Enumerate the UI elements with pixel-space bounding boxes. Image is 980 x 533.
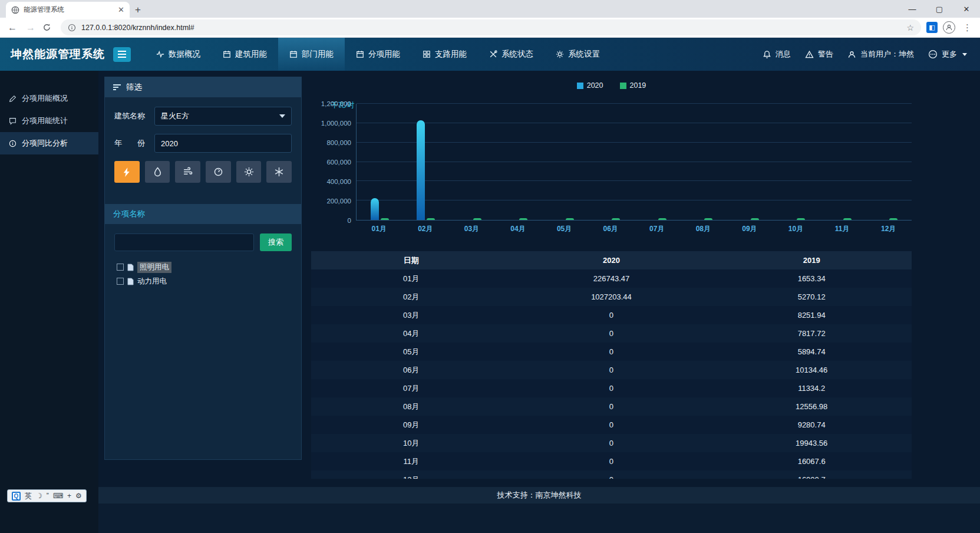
legend-item-2020[interactable]: 2020 (577, 81, 603, 90)
sidebar-item-subitem-stats[interactable]: 分项用能统计 (0, 110, 98, 132)
nav-subitem-energy[interactable]: 分项用能 (345, 38, 411, 71)
y-tick-label: 600,000 (326, 159, 351, 166)
ellipsis-circle-icon (928, 50, 938, 59)
table-cell: 7817.72 (711, 324, 912, 343)
table-row[interactable]: 03月08251.94 (311, 306, 912, 324)
ime-settings-icon[interactable]: ⚙ (75, 492, 82, 500)
bar-2019-10月[interactable] (797, 218, 805, 220)
x-axis-label: 10月 (773, 221, 819, 234)
ime-plus-icon[interactable]: + (67, 492, 71, 500)
table-cell: 9280.74 (711, 416, 912, 434)
chevron-down-icon (962, 53, 967, 56)
search-input[interactable] (114, 233, 254, 251)
ime-punctuation-icon[interactable]: ” (47, 492, 49, 500)
bar-2020-02月[interactable] (417, 120, 425, 220)
table-row[interactable]: 10月019943.56 (311, 434, 912, 452)
nav-branch-energy[interactable]: 支路用能 (411, 38, 478, 71)
window-maximize-button[interactable]: ▢ (926, 0, 953, 18)
bookmark-star-icon[interactable]: ☆ (906, 23, 914, 32)
hamburger-menu-icon[interactable] (113, 47, 131, 62)
x-axis-label: 05月 (541, 221, 588, 234)
table-cell: 226743.47 (512, 269, 712, 288)
new-tab-button[interactable]: + (130, 2, 146, 18)
sidebar-item-yoy-analysis[interactable]: 分项同比分析 (0, 132, 98, 154)
table-row[interactable]: 08月012556.98 (311, 397, 912, 416)
electricity-button[interactable] (114, 161, 140, 183)
ime-logo-icon[interactable]: Q (12, 492, 21, 501)
profile-avatar[interactable] (943, 21, 955, 34)
table-row[interactable]: 01月226743.471653.34 (311, 269, 912, 288)
tree-item-power[interactable]: 动力用电 (117, 275, 289, 288)
table-row[interactable]: 04月07817.72 (311, 324, 912, 343)
table-row[interactable]: 05月05894.74 (311, 343, 912, 361)
table-cell: 16000.7 (711, 471, 912, 479)
checkbox[interactable] (117, 264, 124, 271)
browser-menu-icon[interactable]: ⋮ (961, 22, 974, 33)
gas-button[interactable] (175, 161, 200, 183)
y-axis: 0200,000400,000600,000800,0001,000,0001,… (311, 104, 356, 221)
more-button[interactable]: 更多 (928, 49, 967, 60)
nav-building-energy[interactable]: 建筑用能 (212, 38, 278, 71)
search-button[interactable]: 搜索 (260, 233, 292, 251)
page-info-icon[interactable] (68, 24, 76, 32)
checkbox[interactable] (117, 278, 124, 285)
url-field[interactable]: 127.0.0.1:8020/krznnh/index.html# ☆ (61, 19, 921, 35)
table-row[interactable]: 07月011334.2 (311, 379, 912, 397)
table-row[interactable]: 11月016067.6 (311, 452, 912, 471)
current-user[interactable]: 当前用户：坤然 (847, 49, 914, 60)
solar-button[interactable] (236, 161, 262, 183)
browser-tab[interactable]: 能源管理系统 ✕ (6, 2, 130, 18)
sidebar-item-subitem-overview[interactable]: 分项用能概况 (0, 87, 98, 110)
bar-2019-06月[interactable] (612, 218, 620, 220)
bar-2019-11月[interactable] (843, 218, 852, 220)
legend-item-2019[interactable]: 2019 (620, 81, 646, 90)
bar-2019-07月[interactable] (658, 218, 666, 220)
ime-halfwidth-icon[interactable]: ☽ (36, 492, 42, 500)
alerts-button[interactable]: 警告 (805, 49, 833, 60)
table-cell: 0 (512, 343, 712, 361)
bar-2019-02月[interactable] (427, 218, 435, 220)
messages-button[interactable]: 消息 (763, 49, 791, 60)
bar-2019-01月[interactable] (381, 218, 389, 220)
ime-language-toggle[interactable]: 英 (25, 491, 32, 501)
hvac-button[interactable] (266, 161, 292, 183)
table-row[interactable]: 02月1027203.445270.12 (311, 288, 912, 306)
bar-2019-04月[interactable] (519, 218, 527, 220)
nav-system-settings[interactable]: 系统设置 (545, 38, 611, 71)
window-close-button[interactable]: ✕ (953, 0, 980, 18)
table-row[interactable]: 12月016000.7 (311, 471, 912, 479)
forward-icon[interactable]: → (24, 22, 37, 33)
water-button[interactable] (145, 161, 170, 183)
reload-icon[interactable] (42, 23, 55, 32)
bar-2020-01月[interactable] (371, 198, 379, 220)
bar-2019-05月[interactable] (566, 218, 574, 220)
hvac-icon (274, 167, 284, 177)
extension-icon[interactable]: ◧ (926, 22, 938, 33)
tab-close-icon[interactable]: ✕ (118, 6, 124, 14)
year-input[interactable] (154, 134, 292, 153)
main-content: 20202019 千瓦/时 0200,000400,000600,000800,… (302, 71, 980, 487)
table-row[interactable]: 06月010134.46 (311, 361, 912, 379)
nav-label: 系统状态 (501, 49, 533, 60)
nav-label: 分项用能 (368, 49, 400, 60)
table-row[interactable]: 09月09280.74 (311, 416, 912, 434)
ime-keyboard-icon[interactable]: ⌨ (53, 492, 63, 500)
tree-item-lighting[interactable]: 照明用电 (117, 261, 289, 274)
bar-2019-12月[interactable] (889, 218, 897, 220)
window-minimize-button[interactable]: — (899, 0, 926, 18)
bar-group-09月 (727, 104, 773, 220)
bar-2019-03月[interactable] (473, 218, 481, 220)
bar-2019-09月[interactable] (751, 218, 759, 220)
table-cell: 0 (512, 379, 712, 397)
ime-toolbar[interactable]: Q 英 ☽ ” ⌨ + ⚙ (7, 489, 87, 502)
meter-button[interactable] (206, 161, 231, 183)
back-icon[interactable]: ← (6, 22, 19, 33)
x-axis-label: 04月 (495, 221, 542, 234)
building-select[interactable]: 星火E方 (154, 107, 292, 126)
nav-system-status[interactable]: 系统状态 (478, 38, 545, 71)
nav-department-energy[interactable]: 部门用能 (278, 38, 345, 71)
table-cell: 0 (512, 434, 712, 452)
nav-data-overview[interactable]: 数据概况 (145, 38, 212, 71)
filter-panel-header: 筛选 (105, 77, 301, 97)
bar-2019-08月[interactable] (704, 218, 712, 220)
